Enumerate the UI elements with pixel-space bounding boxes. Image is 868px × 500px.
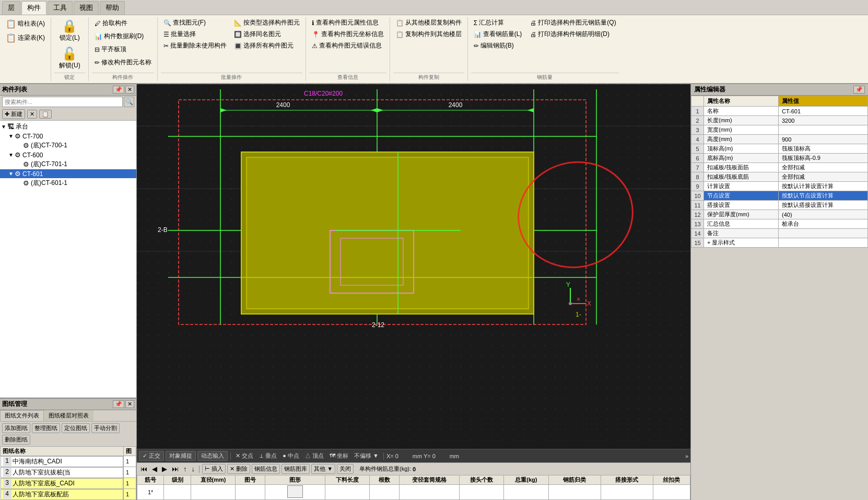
select-same-btn[interactable]: 🔲选择同名图元 [231, 29, 302, 40]
menu-tab-layer[interactable]: 层 [2, 1, 20, 15]
rebar-nav-last[interactable]: ⏭ [170, 465, 180, 473]
rebar-nav-prev[interactable]: ◀ [150, 465, 159, 473]
pick-comp-btn[interactable]: 🖊拾取构件 [92, 17, 154, 29]
attr-row-11[interactable]: 11 搭接设置 按默认搭接设置计算 [691, 201, 868, 210]
print-rebar-detail-btn[interactable]: 🖨打印选择构件钢筋明细(D) [527, 29, 618, 40]
vertex-snap-btn[interactable]: △ 顶点 [303, 451, 326, 460]
ortho-btn[interactable]: ✓ 正交 [139, 451, 164, 461]
batch-del-btn[interactable]: ✂批量删除未使用构件 [161, 40, 229, 51]
canvas-area[interactable]: C18/C20#200 [137, 84, 690, 449]
find-elem-btn[interactable]: 🔍查找图元(F) [161, 17, 229, 28]
copy-from-btn[interactable]: 📋从其他楼层复制构件 [393, 17, 464, 28]
attr-row-1[interactable]: 1 名称 CT-601 [691, 107, 868, 116]
drawing-tab-floors[interactable]: 图纸楼层对照表 [44, 410, 93, 421]
menu-tab-tools[interactable]: 工具 [48, 1, 73, 15]
flat-top-btn[interactable]: ⊟平齐板顶 [92, 43, 154, 55]
comp-data-btn[interactable]: 📊构件数据刷(D) [92, 30, 154, 42]
rebar-nav-down[interactable]: ↓ [190, 465, 197, 473]
coord-unit-mm: mm Y= [413, 453, 431, 459]
rebar-info-btn[interactable]: 钢筋信息 [252, 464, 280, 474]
tree-item-ct601[interactable]: ▼ ⚙ CT-601 [0, 169, 136, 178]
rebar-nav-next[interactable]: ▶ [160, 465, 169, 473]
attr-row-14[interactable]: 14 备注 [691, 229, 868, 238]
attr-row-13[interactable]: 13 汇总信息 桩承台 [691, 219, 868, 229]
attr-row-8[interactable]: 8 扣减板/筏板底筋 全部扣减 [691, 172, 868, 182]
attr-row-6[interactable]: 6 底标高(m) 筏板顶标高-0.9 [691, 154, 868, 163]
attr-row-9[interactable]: 9 计算设置 按默认计算设置计算 [691, 182, 868, 191]
drawing-tab-files[interactable]: 图纸文件列表 [0, 410, 44, 421]
delete-drawing-btn[interactable]: 删除图纸 [2, 435, 30, 445]
select-all-btn[interactable]: 🔳选择所有构件图元 [231, 40, 302, 51]
rebar-nav-first[interactable]: ⏮ [139, 465, 149, 473]
rebar-close-btn[interactable]: 关闭 [337, 464, 354, 474]
menu-tab-help[interactable]: 帮助 [100, 1, 125, 15]
view-attr-btn[interactable]: ℹ查看构件图元属性信息 [309, 17, 386, 28]
no-offset-btn[interactable]: 不偏移 ▼ [352, 451, 381, 460]
coord-snap-btn[interactable]: 🗺 坐标 [327, 451, 350, 460]
search-btn[interactable]: 🔍 [124, 97, 134, 107]
attr-row-5[interactable]: 5 顶标高(m) 筏板顶标高 [691, 144, 868, 154]
sum-calc-btn[interactable]: Σ汇总计算 [471, 17, 525, 28]
drawing-row-1[interactable]: 1中海南结构_CADI 1 [1, 456, 136, 467]
tree-item-ct600[interactable]: ▼ ⚙ CT-600 [0, 150, 136, 159]
tree-item-ct701-1[interactable]: ⚙ (底)CT-701-1 [0, 159, 136, 169]
view-coord-btn[interactable]: 📍查看构件图元坐标信息 [309, 29, 386, 40]
manual-split-btn[interactable]: 手动分割 [91, 423, 120, 433]
copy-to-btn[interactable]: 📋复制构件到其他楼层 [393, 29, 464, 40]
attr-row-7[interactable]: 7 扣减板/筏板面筋 全部扣减 [691, 163, 868, 172]
coord-y-val: 0 [432, 453, 448, 459]
rebar-delete-btn[interactable]: ✕ 删除 [227, 464, 250, 474]
connect-beam-btn[interactable]: 📋连梁表(K) [3, 31, 48, 44]
edit-rebar-btn[interactable]: ✏编辑钢筋(B) [471, 40, 525, 51]
tree-item-root[interactable]: ▼ 🏗 承台 [0, 122, 136, 132]
drawing-close-btn[interactable]: ✕ [125, 400, 134, 408]
delete-comp-btn[interactable]: ✕ [27, 110, 37, 119]
attr-row-15[interactable]: 15 + 显示样式 [691, 238, 868, 248]
tree-item-ct700-1[interactable]: ⚙ (底)CT-700-1 [0, 141, 136, 150]
drawing-row-4[interactable]: 4人防地下室底板配筋 1 [1, 489, 136, 500]
attr-row-12[interactable]: 12 保护层厚度(mm) (40) [691, 210, 868, 219]
select-type-btn[interactable]: 📐按类型选择构件图元 [231, 17, 302, 28]
batch-select-btn[interactable]: ☰批量选择 [161, 29, 229, 40]
print-rebar-btn[interactable]: 🖨打印选择构件图元钢筋量(Q) [527, 17, 618, 28]
mid-snap-btn[interactable]: ● 中点 [280, 451, 301, 460]
rebar-row-1[interactable]: 1* [137, 485, 690, 500]
rebar-col-thread: 丝扣类 [653, 475, 690, 485]
copy-comp-btn[interactable]: 📋 [39, 110, 52, 119]
close-panel-btn[interactable]: ✕ [125, 86, 134, 94]
rebar-insert-btn[interactable]: ⊢ 插入 [202, 464, 226, 474]
rebar-nav-up[interactable]: ↑ [182, 465, 189, 473]
locate-drawing-btn[interactable]: 定位图纸 [62, 423, 90, 433]
dynamic-input-btn[interactable]: 动态输入 [197, 451, 228, 461]
rebar-other-btn[interactable]: 其他 ▼ [311, 464, 335, 474]
perp-snap-btn[interactable]: ⊥ 垂点 [257, 451, 279, 460]
menu-tab-component[interactable]: 构件 [21, 1, 46, 15]
attr-row-10[interactable]: 10 节点设置 按默认节点设置计算 [691, 191, 868, 201]
attr-row-3[interactable]: 3 宽度(mm) [691, 125, 868, 135]
snap-btn[interactable]: 对象捕捉 [166, 451, 196, 461]
add-drawing-btn[interactable]: 添加图纸 [2, 423, 30, 433]
drawing-row-2[interactable]: 2人防地下室抗拔桩(当 1 [1, 467, 136, 478]
expand-status-btn[interactable]: » [685, 453, 688, 459]
rebar-lib-btn[interactable]: 钢筋图库 [281, 464, 310, 474]
attr-pin-icon[interactable]: 📌 [853, 86, 865, 94]
attr-row-2[interactable]: 2 长度(mm) 3200 [691, 116, 868, 125]
dark-col-btn[interactable]: 📋暗柱表(A) [3, 17, 48, 30]
unlock-btn[interactable]: 🔓解锁(U) [54, 45, 85, 72]
mod-comp-name-btn[interactable]: ✏修改构件图元名称 [92, 56, 154, 68]
pin-icon[interactable]: 📌 [113, 86, 124, 94]
tree-item-ct700[interactable]: ▼ ⚙ CT-700 [0, 132, 136, 141]
drawing-row-3[interactable]: 3人防地下室底板_CADI 1 [1, 478, 136, 489]
organize-drawing-btn[interactable]: 整理图纸 [32, 423, 60, 433]
menu-tab-view[interactable]: 视图 [74, 1, 99, 15]
rebar-col-joints: 接头个数 [459, 475, 504, 485]
view-err-btn[interactable]: ⚠查看构件图元错误信息 [309, 40, 386, 51]
search-input[interactable] [2, 97, 123, 107]
tree-item-ct601-1[interactable]: ⚙ (底)CT-601-1 [0, 178, 136, 188]
lock-btn[interactable]: 🔒锁定(L) [54, 17, 85, 44]
view-rebar-btn[interactable]: 📊查看钢筋量(L) [471, 29, 525, 40]
intersect-snap-btn[interactable]: ✕ 交点 [233, 451, 255, 460]
drawing-pin-icon[interactable]: 📌 [113, 400, 124, 408]
new-comp-btn[interactable]: ✚ 新建 [2, 109, 25, 119]
attr-row-4[interactable]: 4 高度(mm) 900 [691, 135, 868, 144]
